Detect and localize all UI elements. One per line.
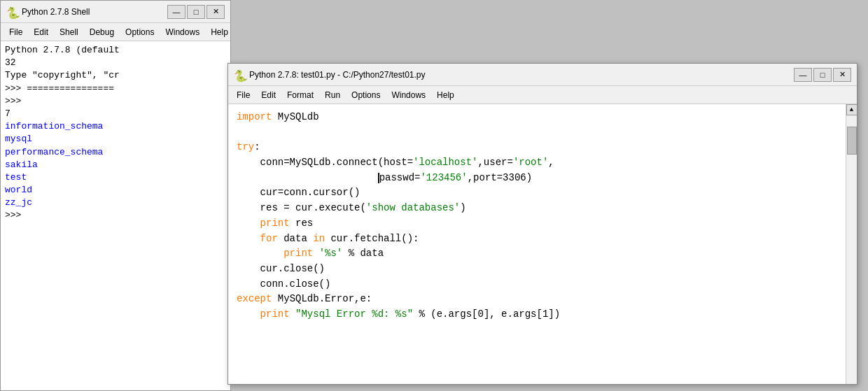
code-line-6: cur=conn.cursor() — [237, 185, 837, 201]
shell-menu-options[interactable]: Options — [120, 26, 160, 38]
shell-window-controls: — □ ✕ — [167, 5, 225, 19]
editor-minimize-button[interactable]: — — [794, 68, 812, 82]
scrollbar-vertical[interactable]: ▲ — [846, 104, 857, 384]
code-line-7: res = cur.execute('show databases') — [237, 201, 837, 216]
editor-window-controls: — □ ✕ — [794, 68, 851, 82]
shell-line-10: sakila — [5, 159, 226, 171]
code-line-13: except MySQLdb.Error,e: — [237, 292, 837, 307]
editor-menu-help[interactable]: Help — [431, 89, 460, 101]
code-line-1: import MySQLdb — [237, 110, 837, 125]
shell-menu-help[interactable]: Help — [205, 26, 234, 38]
editor-menu-edit[interactable]: Edit — [255, 89, 281, 101]
editor-restore-button[interactable]: □ — [813, 68, 832, 82]
editor-body: import MySQLdb try: conn=MySQLdb.connect… — [228, 104, 857, 384]
editor-menu-format[interactable]: Format — [281, 89, 319, 101]
shell-line-9: performance_schema — [5, 146, 226, 159]
shell-line-11: test — [5, 171, 226, 184]
shell-restore-button[interactable]: □ — [187, 5, 205, 19]
scroll-up-button[interactable]: ▲ — [846, 104, 858, 115]
scroll-thumb[interactable] — [847, 127, 857, 155]
code-line-3: try: — [237, 140, 837, 155]
editor-close-button[interactable]: ✕ — [833, 68, 851, 82]
shell-title-bar: 🐍 Python 2.7.8 Shell — □ ✕ — [1, 1, 230, 23]
code-line-2 — [237, 125, 837, 141]
shell-window: 🐍 Python 2.7.8 Shell — □ ✕ File Edit She… — [0, 0, 231, 391]
shell-line-5: >>> — [5, 95, 226, 108]
shell-menu-edit[interactable]: Edit — [28, 26, 54, 38]
shell-title-text: Python 2.7.8 Shell — [22, 7, 163, 17]
editor-menu-run[interactable]: Run — [319, 89, 346, 101]
shell-menubar: File Edit Shell Debug Options Windows He… — [1, 23, 230, 41]
code-line-10: print '%s' % data — [237, 246, 837, 262]
editor-title-text: Python 2.7.8: test01.py - C:/Python27/te… — [249, 70, 790, 80]
shell-menu-shell[interactable]: Shell — [54, 26, 84, 38]
shell-line-2: 32 — [5, 57, 226, 69]
shell-line-7: information_schema — [5, 120, 226, 133]
shell-content: Python 2.7.8 (default 32 Type "copyright… — [1, 41, 230, 390]
shell-menu-file[interactable]: File — [4, 26, 28, 38]
shell-line-4: >>> ================ — [5, 83, 226, 95]
shell-line-6: 7 — [5, 108, 226, 120]
shell-close-button[interactable]: ✕ — [206, 5, 225, 19]
editor-menu-windows[interactable]: Windows — [386, 89, 431, 101]
code-line-12: conn.close() — [237, 277, 837, 292]
editor-menubar: File Edit Format Run Options Windows Hel… — [228, 86, 857, 104]
code-line-14: print "Mysql Error %d: %s" % (e.args[0],… — [237, 307, 837, 322]
editor-menu-options[interactable]: Options — [346, 89, 386, 101]
shell-icon: 🐍 — [6, 6, 18, 17]
shell-line-1: Python 2.7.8 (default — [5, 44, 226, 57]
editor-window: 🐍 Python 2.7.8: test01.py - C:/Python27/… — [227, 63, 858, 385]
editor-icon: 🐍 — [234, 69, 245, 80]
code-line-4: conn=MySQLdb.connect(host='localhost',us… — [237, 155, 837, 171]
code-line-8: print res — [237, 216, 837, 232]
editor-menu-file[interactable]: File — [231, 89, 255, 101]
code-line-9: for data in cur.fetchall(): — [237, 232, 837, 247]
editor-title-bar: 🐍 Python 2.7.8: test01.py - C:/Python27/… — [228, 64, 857, 86]
shell-menu-debug[interactable]: Debug — [84, 26, 120, 38]
shell-minimize-button[interactable]: — — [167, 5, 186, 19]
shell-menu-windows[interactable]: Windows — [160, 26, 205, 38]
code-line-5: passwd='123456',port=3306) — [237, 171, 837, 186]
shell-line-8: mysql — [5, 133, 226, 145]
shell-line-13: zz_jc — [5, 197, 226, 209]
shell-line-3: Type "copyright", "cr — [5, 69, 226, 82]
shell-line-14: >>> — [5, 209, 226, 222]
shell-line-12: world — [5, 184, 226, 197]
code-area[interactable]: import MySQLdb try: conn=MySQLdb.connect… — [228, 104, 846, 384]
code-line-11: cur.close() — [237, 262, 837, 277]
